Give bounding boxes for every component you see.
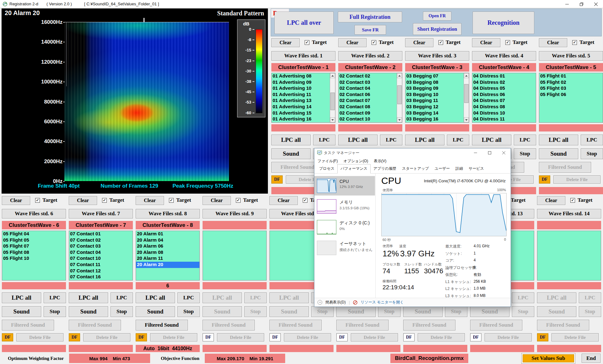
sound-button[interactable]: Sound — [539, 148, 578, 159]
df-button[interactable]: DF — [336, 333, 348, 341]
list-item[interactable]: 07 Contact 11 — [69, 262, 133, 268]
list-item[interactable]: 02 Contact 09 — [339, 110, 402, 116]
list-item[interactable]: 03 Begging 09 — [405, 85, 469, 92]
end-button[interactable]: End — [582, 354, 600, 363]
minimize-icon[interactable] — [560, 0, 574, 8]
clear-button[interactable]: Clear — [2, 196, 30, 205]
wave-files-std-button[interactable]: Wave Files std. 2 — [338, 51, 402, 61]
df-button[interactable]: DF — [2, 333, 13, 341]
tm-tab-users[interactable]: ユーザー — [432, 164, 453, 173]
wave-files-std-button[interactable]: Wave Files std. 5 — [539, 51, 603, 61]
tm-tab-processes[interactable]: プロセス — [316, 164, 337, 173]
wave-files-std-button[interactable]: Wave Files std. 3 — [405, 51, 469, 61]
list-item[interactable]: 04 Distress 08 — [472, 104, 536, 110]
clear-button[interactable]: Clear — [338, 38, 367, 47]
list-item[interactable]: 02 Contact 04 — [339, 85, 402, 92]
wave-file-list[interactable]: 07 Contact 0107 Contact 0207 Contact 030… — [69, 231, 133, 281]
list-item[interactable]: 20 Alarm 06 — [136, 243, 199, 249]
df-button[interactable]: DF — [269, 333, 281, 341]
lpc-all-button[interactable]: LPC all — [271, 135, 311, 145]
wave-file-list[interactable]: 03 Begging 0703 Begging 0803 Begging 090… — [405, 73, 469, 123]
df-button[interactable]: DF — [69, 333, 80, 341]
list-item[interactable]: 07 Contact 03 — [69, 243, 133, 249]
wave-file-list[interactable] — [537, 231, 601, 281]
stop-button[interactable]: Stop — [311, 306, 334, 317]
scroll-down-icon[interactable] — [330, 117, 335, 122]
lpc-all-button[interactable]: LPC all — [472, 135, 511, 145]
stop-button[interactable]: Stop — [514, 148, 536, 159]
clear-button[interactable]: Clear — [69, 196, 97, 205]
list-item[interactable]: 07 Contact 10 — [69, 255, 133, 262]
list-item[interactable]: 05 Flight 05 — [2, 237, 66, 244]
list-item[interactable]: 02 Contact 06 — [339, 92, 402, 98]
lpc-all-button[interactable]: LPC all — [338, 135, 378, 145]
wave-file-list[interactable]: 20 Alarm 0120 Alarm 0420 Alarm 0620 Alar… — [136, 231, 200, 281]
lpc-button[interactable]: LPC — [512, 292, 534, 303]
list-item[interactable]: 01 Advertising 13 — [272, 98, 335, 104]
target-checkbox[interactable]: Target — [236, 197, 258, 203]
tm-menu-options[interactable]: オプション(O) — [343, 158, 368, 164]
list-item[interactable]: 01 Advertising 15 — [272, 110, 335, 116]
delete-file-button[interactable]: Delete File — [284, 333, 331, 341]
wave-file-list[interactable]: 04 Distress 0104 Distress 0204 Distress … — [472, 73, 536, 123]
lpc-button[interactable]: LPC — [579, 292, 601, 303]
lpc-button[interactable]: LPC — [313, 135, 335, 145]
tm-minimize-icon[interactable] — [468, 148, 482, 157]
list-item[interactable]: 02 Contact 08 — [339, 104, 402, 110]
scroll-down-icon[interactable] — [464, 117, 469, 122]
list-item[interactable]: 04 Distress 10 — [472, 110, 536, 116]
sound-button[interactable]: Sound — [203, 306, 242, 317]
wave-file-list[interactable]: 01 Advertising 0801 Advertising 0901 Adv… — [271, 73, 335, 123]
clear-button[interactable]: Clear — [472, 38, 500, 47]
list-item[interactable]: 05 Flight 01 — [539, 73, 603, 79]
stop-button[interactable]: Stop — [579, 306, 601, 317]
scrollbar-thumb[interactable] — [397, 85, 402, 104]
lpc-button[interactable]: LPC — [514, 135, 536, 145]
lpc-button[interactable]: LPC — [581, 135, 603, 145]
stop-button[interactable]: Stop — [177, 306, 200, 317]
list-item[interactable]: 07 Contact 12 — [69, 268, 133, 274]
recognition-button[interactable]: Recognition — [473, 12, 534, 34]
list-item[interactable]: 05 Flight 04 — [2, 231, 66, 237]
target-checkbox[interactable]: Target — [35, 197, 57, 203]
clear-button[interactable]: Clear — [271, 38, 300, 47]
tm-maximize-icon[interactable] — [482, 148, 497, 157]
list-item[interactable]: 07 Contact 01 — [69, 231, 133, 237]
list-item[interactable]: 02 Contact 03 — [339, 79, 402, 86]
filtered-sound-button[interactable]: Filtered Sound — [203, 320, 255, 330]
wave-files-std-button[interactable]: Wave Files std. 7 — [69, 209, 133, 218]
list-item[interactable]: 02 Contact 10 — [339, 116, 402, 122]
sound-button[interactable]: Sound — [470, 306, 509, 317]
sound-button[interactable]: Sound — [537, 306, 576, 317]
list-item[interactable]: 01 Advertising 10 — [272, 85, 335, 92]
lpc-all-button[interactable]: LPC all — [2, 292, 41, 303]
list-item[interactable]: 20 Alarm 04 — [136, 237, 199, 244]
list-item[interactable]: 20 Alarm 08 — [136, 249, 199, 256]
lpc-button[interactable]: LPC — [244, 292, 267, 303]
close-icon[interactable] — [589, 0, 603, 8]
scroll-down-icon[interactable] — [397, 117, 402, 122]
tm-sidebar-ethernet[interactable]: イーサネット 接続されていません — [314, 238, 375, 258]
list-item[interactable]: 01 Advertising 16 — [272, 116, 335, 122]
list-item[interactable]: 03 Begging 08 — [405, 79, 469, 86]
lpc-button[interactable]: LPC — [380, 135, 402, 145]
filtered-sound-button[interactable]: Filtered Sound — [336, 320, 388, 330]
lpc-button[interactable]: LPC — [111, 292, 133, 303]
df-button[interactable]: DF — [537, 333, 548, 341]
wave-files-std-button[interactable]: Wave Files std. 1 — [271, 51, 335, 61]
target-checkbox[interactable]: Target — [570, 197, 593, 203]
wave-files-std-button[interactable]: Wave Files std. 14 — [537, 209, 601, 218]
list-item[interactable]: 02 Contact 02 — [339, 73, 402, 79]
filtered-sound-button[interactable]: Filtered Sound — [539, 162, 591, 173]
target-checkbox[interactable]: Target — [102, 197, 124, 203]
delete-file-button[interactable]: Delete File — [485, 333, 532, 341]
list-item[interactable]: 07 Contact 02 — [69, 237, 133, 244]
list-item[interactable]: 04 Distress 07 — [472, 98, 536, 104]
list-item[interactable]: 20 Alarm 11 — [136, 255, 199, 262]
list-item[interactable]: 05 Flight 08 — [2, 249, 66, 256]
tm-sidebar-memory[interactable]: メモリ 3.1/15.9 GB (19%) — [314, 197, 375, 216]
list-item[interactable]: 01 Advertising 08 — [272, 73, 335, 79]
restore-icon[interactable] — [574, 0, 589, 8]
df-button[interactable]: DF — [136, 333, 147, 341]
delete-file-button[interactable]: Delete File — [83, 333, 130, 341]
